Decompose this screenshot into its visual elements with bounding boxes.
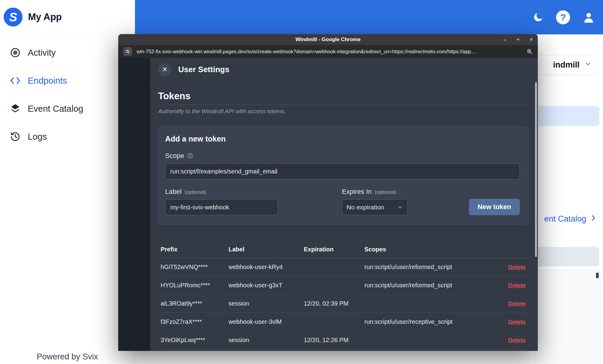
token-prefix: aiL3ROat9y**** (161, 300, 229, 307)
chevron-down-icon (397, 204, 403, 210)
sidebar-item-label: Endpoints (28, 76, 67, 86)
token-prefix: 3YeOiKpLwq**** (161, 337, 229, 344)
delete-token-link[interactable]: Delete (508, 319, 526, 325)
workspace-dropdown-label: indmill (553, 60, 580, 70)
catalog-layers-icon (9, 103, 21, 114)
token-prefix: f3FzoZ7raX**** (161, 318, 229, 325)
sidebar-item-logs[interactable]: Logs (0, 123, 135, 151)
label-label: Label (optional) (165, 188, 278, 196)
tokens-divider (158, 105, 529, 105)
page-backdrop (118, 58, 150, 351)
table-row: 3YeOiKpLwq**** session 12/20, 12:26 PM D… (161, 331, 529, 349)
window-titlebar[interactable]: Windmill - Google Chrome – + × (118, 34, 538, 45)
chrome-window: Windmill - Google Chrome – + × win-752-f… (118, 34, 538, 351)
window-content: × User Settings Tokens Authentify to the… (118, 58, 538, 351)
scope-label: Scope (165, 152, 520, 160)
powered-by-svix: Powered by Svix (0, 352, 135, 362)
col-scopes: Scopes (364, 246, 495, 253)
topbar: ? (135, 0, 603, 34)
minimize-button[interactable]: – (503, 36, 507, 43)
history-clock-icon (9, 131, 21, 142)
expires-label: Expires In (optional) (342, 188, 408, 196)
drawer-body: Tokens Authentify to the Windmill API wi… (150, 82, 538, 351)
drawer-title: User Settings (178, 65, 229, 74)
token-label: webhook-user-3vlM (229, 318, 304, 325)
delete-token-link[interactable]: Delete (508, 337, 526, 343)
close-window-button[interactable]: × (530, 36, 533, 43)
screen: S My App Activity Endpoints (0, 0, 603, 364)
token-form-row: Label (optional) Expires In (optional) (165, 179, 520, 215)
code-brackets-icon (9, 75, 21, 86)
token-expiration: 12/20, 02:39 PM (304, 300, 364, 307)
label-input[interactable] (165, 199, 278, 215)
token-label: webhook-user-g3xT (229, 282, 304, 289)
table-row: hGiT52wVNQ**** webhook-user-kRy4 run:scr… (161, 258, 529, 276)
chevron-right-icon (589, 214, 597, 224)
sidebar: S My App Activity Endpoints (0, 0, 135, 364)
token-scopes: run:script/u/user/reformed_script (364, 282, 495, 289)
add-token-title: Add a new token (165, 135, 520, 143)
workspace-dropdown[interactable]: indmill (530, 55, 598, 75)
event-catalog-link[interactable]: ent Catalog (544, 214, 597, 224)
site-settings-icon[interactable] (123, 47, 132, 56)
activity-icon (9, 47, 21, 58)
token-label: webhook-user-kRy4 (229, 264, 304, 271)
zoom-search-icon[interactable] (526, 48, 533, 55)
table-row: aiL3ROat9y**** session 12/20, 02:39 PM D… (161, 295, 529, 313)
app-logo-icon: S (4, 8, 23, 26)
drawer-header: × User Settings (150, 58, 538, 82)
table-row: f3FzoZ7raX**** webhook-user-3vlM run:scr… (161, 313, 529, 331)
maximize-button[interactable]: + (516, 36, 520, 43)
panel-scroll-mark (596, 273, 599, 278)
add-token-card: Add a new token Scope (158, 126, 529, 225)
sidebar-nav: Activity Endpoints Event Catalog (0, 34, 135, 151)
scope-input[interactable] (165, 163, 520, 179)
address-input[interactable]: win-752-fix-svix-webhook-win.windmill.pa… (137, 49, 522, 54)
col-label: Label (229, 246, 304, 253)
content-panel (535, 270, 601, 364)
tokens-table: Prefix Label Expiration Scopes hGiT52wVN… (158, 241, 529, 349)
muted-box (534, 247, 599, 266)
url-bar: win-752-fix-svix-webhook-win.windmill.pa… (118, 45, 538, 58)
token-prefix: hGiT52wVNQ**** (161, 264, 229, 271)
close-icon[interactable]: × (158, 63, 172, 76)
tokens-subtitle: Authentify to the Windmill API with acce… (158, 108, 529, 115)
table-header-row: Prefix Label Expiration Scopes (161, 241, 529, 258)
col-prefix: Prefix (161, 246, 229, 253)
event-catalog-link-label: ent Catalog (544, 214, 586, 224)
chevron-down-icon (584, 60, 592, 70)
sidebar-item-label: Event Catalog (28, 104, 83, 114)
token-scopes: run:script/u/user/reformed_script (364, 264, 495, 271)
expires-select[interactable]: No expiration (342, 199, 408, 215)
user-profile-icon[interactable] (582, 11, 595, 24)
delete-token-link[interactable]: Delete (508, 282, 526, 289)
token-prefix: HYOLuPRomc**** (161, 282, 229, 289)
sidebar-item-activity[interactable]: Activity (0, 39, 135, 67)
expires-field: Expires In (optional) No expiration (342, 179, 408, 215)
token-label: session (229, 337, 304, 344)
info-icon (187, 153, 193, 159)
sidebar-item-event-catalog[interactable]: Event Catalog (0, 95, 135, 123)
highlight-box (534, 106, 599, 126)
table-row: HYOLuPRomc**** webhook-user-g3xT run:scr… (161, 276, 529, 295)
drawer-scrollbar[interactable] (535, 82, 537, 257)
sidebar-item-endpoints[interactable]: Endpoints (0, 67, 135, 95)
sidebar-item-label: Activity (28, 48, 56, 58)
dark-mode-toggle-icon[interactable] (532, 12, 544, 23)
delete-token-link[interactable]: Delete (508, 300, 526, 307)
expires-select-value: No expiration (346, 204, 384, 211)
new-token-button[interactable]: New token (469, 199, 520, 215)
label-field: Label (optional) (165, 179, 278, 215)
help-button[interactable]: ? (556, 10, 570, 24)
window-title: Windmill - Google Chrome (296, 37, 360, 43)
sidebar-header: S My App (0, 0, 135, 34)
app-title: My App (28, 12, 62, 23)
col-expiration: Expiration (304, 246, 364, 253)
tokens-heading: Tokens (158, 91, 529, 102)
token-expiration: 12/20, 12:26 PM (304, 337, 364, 344)
token-scopes: run:script/u/user/receptive_script (364, 318, 495, 325)
window-controls: – + × (503, 34, 533, 45)
user-settings-drawer: × User Settings Tokens Authentify to the… (150, 58, 538, 351)
sidebar-item-label: Logs (28, 132, 47, 142)
delete-token-link[interactable]: Delete (508, 264, 526, 270)
